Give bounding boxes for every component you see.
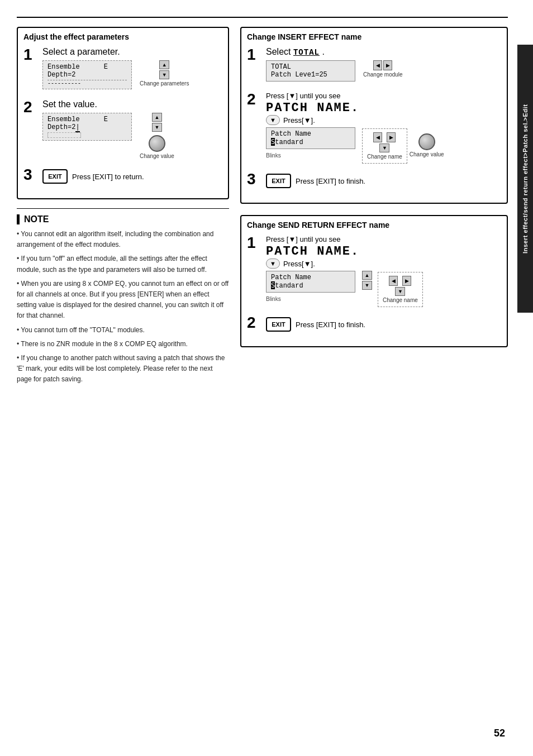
adjust-step1: 1 Select a parameter. Ensemble E Depth=2… bbox=[23, 47, 222, 92]
value-knob[interactable] bbox=[149, 135, 165, 152]
change-name-label-ins: Change name bbox=[367, 154, 402, 160]
sr-instruction: Press [▼] until you see bbox=[266, 235, 501, 243]
ins2-lcd2: Standard bbox=[271, 138, 350, 146]
ins-step2-instruction: Press [▼] until you see bbox=[266, 92, 501, 100]
note-section: NOTE You cannot edit an algorithm itself… bbox=[17, 208, 229, 385]
sr-press-label: Press[▼]. bbox=[283, 260, 315, 268]
val-arrow-down[interactable]: ▼ bbox=[152, 123, 162, 132]
sr-press-down[interactable]: ▼ bbox=[266, 259, 280, 269]
sr-name-right[interactable]: ▶ bbox=[402, 276, 411, 286]
lcd-line1: Ensemble E bbox=[47, 63, 127, 71]
press-down-label: Press[▼]. bbox=[283, 116, 315, 125]
step2-lcd: Ensemble E Depth=2| bbox=[42, 113, 132, 141]
lcd2-line2: Depth=2| bbox=[47, 123, 127, 131]
note-item-2: If you turn "off" an effect module, all … bbox=[17, 253, 229, 275]
sr-patch-name-display: PATCH NAME. bbox=[266, 245, 501, 259]
exit-btn-insert[interactable]: EXIT bbox=[266, 174, 291, 188]
module-arrows: ◀ ▶ bbox=[373, 60, 392, 70]
module-arrow-left[interactable]: ◀ bbox=[373, 60, 382, 70]
change-module-label: Change module bbox=[363, 71, 403, 78]
content-area: Adjust the effect parameters 1 Select a … bbox=[17, 17, 508, 722]
exit-button-left[interactable]: EXIT bbox=[42, 169, 68, 184]
ins-lcd2: Patch Leve1=25 bbox=[271, 71, 350, 79]
send-return-title: Change SEND RETURN EFFECT name bbox=[247, 221, 501, 229]
right-tab: Insert effect/send return effect>Patch s… bbox=[517, 45, 533, 313]
adjust-title: Adjust the effect parameters bbox=[23, 32, 222, 41]
adjust-section: Adjust the effect parameters 1 Select a … bbox=[17, 27, 229, 199]
change-value-label: Change value bbox=[140, 153, 174, 159]
adjust-step3: 3 EXIT Press [EXIT] to return. bbox=[23, 167, 222, 184]
send-return-section: Change SEND RETURN EFFECT name 1 Press [… bbox=[240, 215, 508, 347]
insert-section: Change INSERT EFFECT name 1 Select TOTAL… bbox=[240, 27, 508, 204]
adjust-step2: 2 Set the value. Ensemble E Depth=2| bbox=[23, 99, 222, 159]
ins2-lcd1: Patch Name bbox=[271, 130, 350, 138]
insert-step2: 2 Press [▼] until you see PATCH NAME. ▼ … bbox=[247, 92, 501, 164]
lcd-line2: Depth=2 bbox=[47, 71, 127, 79]
sr-blinks-label: Blinks bbox=[266, 296, 355, 302]
module-arrow-right[interactable]: ▶ bbox=[383, 60, 392, 70]
note-item-3: When you are using 8 x COMP EQ, you cann… bbox=[17, 279, 229, 322]
patch-name-display: PATCH NAME. bbox=[266, 101, 501, 115]
change-value-label-ins: Change value bbox=[410, 151, 444, 157]
note-text: You cannot edit an algorithm itself, inc… bbox=[17, 229, 229, 385]
insert-step1: 1 Select TOTAL . TOTAL Patch Leve1=25 bbox=[247, 47, 501, 84]
exit-instruction-insert: Press [EXIT] to finish. bbox=[296, 177, 365, 185]
exit-instruction-sr: Press [EXIT] to finish. bbox=[296, 320, 365, 329]
right-column: Change INSERT EFFECT name 1 Select TOTAL… bbox=[240, 27, 508, 388]
step1-lcd: Ensemble E Depth=2 ---------- bbox=[42, 60, 132, 89]
sr-arrow-up[interactable]: ▲ bbox=[362, 271, 372, 280]
sr-lcd1: Patch Name bbox=[271, 274, 350, 281]
sr-change-name-label: Change name bbox=[383, 297, 418, 303]
ins-value-knob[interactable] bbox=[418, 133, 435, 150]
blinks-label: Blinks bbox=[266, 152, 355, 159]
sr-name-left[interactable]: ◀ bbox=[389, 276, 398, 286]
ins-step2-lcd: Patch Name Standard bbox=[266, 127, 355, 149]
sr-step2: 2 EXIT Press [EXIT] to finish. bbox=[247, 315, 501, 332]
press-down-arrow[interactable]: ▼ bbox=[266, 115, 280, 125]
note-title: NOTE bbox=[17, 214, 229, 224]
value-arrows-updown: ▲ ▼ bbox=[152, 113, 162, 132]
sr-name-ctrl: ◀ ▶ ▼ Change name bbox=[378, 272, 423, 307]
main-layout: Adjust the effect parameters 1 Select a … bbox=[17, 27, 508, 388]
ins-lcd1: TOTAL bbox=[271, 63, 350, 71]
param-arrows: ▲ ▼ bbox=[159, 60, 169, 79]
insert-step1-lcd: TOTAL Patch Leve1=25 bbox=[266, 60, 355, 82]
sr-updown-arrows: ▲ ▼ bbox=[362, 271, 372, 290]
sr-name-down[interactable]: ▼ bbox=[395, 287, 405, 296]
insert-step3: 3 EXIT Press [EXIT] to finish. bbox=[247, 171, 501, 188]
exit-instruction-left: Press [EXIT] to return. bbox=[72, 173, 144, 181]
note-item-5: There is no ZNR module in the 8 x COMP E… bbox=[17, 339, 229, 350]
note-item-1: You cannot edit an algorithm itself, inc… bbox=[17, 229, 229, 250]
insert-title: Change INSERT EFFECT name bbox=[247, 32, 501, 41]
sr-step1: 1 Press [▼] until you see PATCH NAME. ▼ … bbox=[247, 235, 501, 307]
name-down[interactable]: ▼ bbox=[379, 143, 389, 152]
left-column: Adjust the effect parameters 1 Select a … bbox=[17, 27, 229, 388]
arrow-down-btn[interactable]: ▼ bbox=[159, 70, 169, 79]
arrow-up-btn[interactable]: ▲ bbox=[159, 60, 169, 69]
name-left[interactable]: ◀ bbox=[373, 132, 382, 142]
note-item-4: You cannot turn off the "TOTAL" modules. bbox=[17, 325, 229, 336]
total-display: TOTAL bbox=[293, 48, 320, 57]
top-rule bbox=[17, 17, 508, 18]
name-right[interactable]: ▶ bbox=[387, 132, 396, 142]
lcd2-line1: Ensemble E bbox=[47, 116, 127, 123]
name-change-area: ◀ ▶ ▼ Change name bbox=[362, 128, 407, 164]
note-item-6: If you change to another patch without s… bbox=[17, 353, 229, 385]
page-number: 52 bbox=[494, 728, 505, 739]
sr-arrow-down[interactable]: ▼ bbox=[362, 281, 372, 290]
val-arrow-up[interactable]: ▲ bbox=[152, 113, 162, 122]
sr-lcd: Patch Name Standard bbox=[266, 271, 355, 293]
exit-btn-sr[interactable]: EXIT bbox=[266, 317, 291, 332]
sr-lcd2: Standard bbox=[271, 281, 350, 290]
change-params-label: Change parameters bbox=[140, 80, 189, 87]
